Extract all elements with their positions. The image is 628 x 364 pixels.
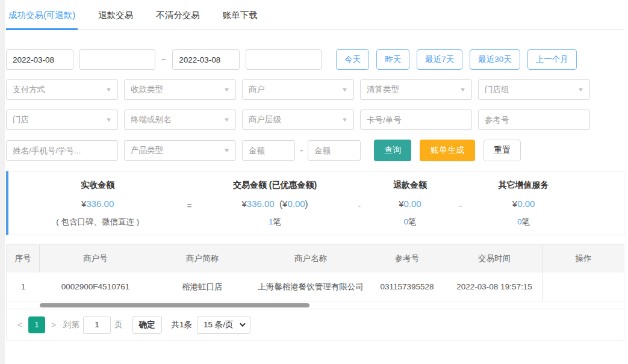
received-amount-note: ( 包含口碑、微信直连 ) (56, 217, 139, 227)
merchant-level-select[interactable]: 商户层级 ▼ (242, 110, 354, 130)
dropdown-arrow-icon: ▼ (577, 87, 585, 93)
start-date-input-wrap (6, 49, 73, 70)
page-left-margin (0, 0, 5, 364)
settlement-type-select[interactable]: 清算类型 ▼ (360, 79, 472, 100)
name-phone-student-input[interactable] (13, 146, 111, 155)
last-month-button[interactable]: 上一个月 (527, 49, 577, 70)
summary-equals-sign: = (187, 197, 191, 211)
value-added-services-label: 其它增值服务 (499, 180, 549, 191)
summary-panel: 实收金额 ¥336.00 ( 包含口碑、微信直连 ) = 交易金额 (已优惠金额… (6, 171, 624, 235)
last-30-days-button[interactable]: 最近30天 (470, 49, 520, 70)
horizontal-scrollbar-thumb[interactable] (40, 303, 309, 307)
table-row: 1 0002900F4510761 榕港虹口店 上海馨榕港餐饮管理有限公司 03… (7, 273, 624, 301)
transaction-amount-label: 交易金额 (已优惠金额) (233, 180, 317, 191)
start-time-input[interactable] (86, 55, 149, 64)
payment-method-select[interactable]: 支付方式 ▼ (6, 79, 118, 100)
payee-type-select[interactable]: 收款类型 ▼ (124, 79, 236, 100)
yesterday-button[interactable]: 昨天 (376, 49, 409, 70)
terminal-or-alias-placeholder: 终端或别名 (131, 114, 172, 125)
dropdown-arrow-icon: ▼ (341, 117, 349, 123)
amount-min-input[interactable] (249, 146, 288, 155)
received-amount-label: 实收金额 (81, 180, 114, 191)
goto-page-label: 到第 (63, 319, 79, 330)
refund-amount-value: ¥0.00 (399, 199, 421, 209)
filter-panel: ~ 今天 昨天 最近7天 最近30天 上一个月 支付方式 ▼ 收款类型 ▼ (6, 30, 624, 161)
total-count: 共1条 (172, 319, 193, 330)
header-transaction-time: 交易时间 (446, 245, 543, 273)
next-page-button[interactable]: > (48, 320, 60, 330)
page-1-button[interactable]: 1 (28, 316, 45, 333)
header-merchant-id: 商户号 (40, 245, 151, 273)
row-actions (543, 273, 624, 301)
page-size-select[interactable]: 15 条/页 (197, 316, 250, 334)
refund-amount-label: 退款金额 (393, 180, 427, 191)
summary-refund-amount: 退款金额 ¥0.00 0笔 (361, 180, 459, 227)
end-time-input[interactable] (252, 55, 315, 64)
row-merchant-id: 0002900F4510761 (40, 273, 151, 301)
header-reference-no: 参考号 (368, 245, 446, 273)
store-group-select[interactable]: 门店组 ▼ (478, 79, 590, 100)
merchant-level-placeholder: 商户层级 (249, 114, 281, 125)
dropdown-arrow-icon: ▼ (341, 87, 349, 93)
dropdown-arrow-icon: ▼ (223, 117, 231, 123)
row-index: 1 (7, 273, 40, 301)
product-type-select[interactable]: 产品类型 ▼ (124, 140, 236, 161)
value-added-services-count: 0笔 (517, 217, 530, 227)
goto-page-unit: 页 (114, 319, 123, 330)
tab-unsettled-transactions[interactable]: 不清分交易 (155, 10, 201, 29)
dropdown-arrow-icon: ▼ (459, 87, 467, 93)
card-or-order-no-input-wrap (360, 110, 472, 130)
end-time-input-wrap (246, 49, 322, 70)
transaction-count: 1笔 (269, 217, 281, 227)
dropdown-arrow-icon: ▼ (223, 87, 231, 93)
row-transaction-time: 2022-03-08 19:57:15 (446, 273, 543, 301)
card-or-order-no-input[interactable] (367, 116, 465, 125)
last-7-days-button[interactable]: 最近7天 (417, 49, 462, 70)
tab-successful-transactions[interactable]: 成功交易(可退款) (7, 10, 76, 29)
search-button[interactable]: 查询 (374, 140, 411, 161)
row-merchant-short-name: 榕港虹口店 (151, 273, 253, 301)
confirm-button[interactable]: 确定 (132, 316, 162, 334)
tab-refund-transactions[interactable]: 退款交易 (97, 10, 134, 29)
tab-bar: 成功交易(可退款) 退款交易 不清分交易 账单下载 (6, 0, 624, 30)
store-placeholder: 门店 (13, 114, 29, 125)
header-actions: 操作 (543, 245, 624, 273)
value-added-services-value: ¥0.00 (512, 199, 535, 209)
settlement-type-placeholder: 清算类型 (367, 84, 399, 95)
transactions-page: 成功交易(可退款) 退款交易 不清分交易 账单下载 ~ 今天 昨天 最近7天 最… (6, 0, 624, 341)
chevron-down-icon (240, 321, 246, 327)
amount-max-input-wrap (308, 140, 361, 161)
dropdown-arrow-icon: ▼ (105, 117, 113, 123)
payment-method-placeholder: 支付方式 (13, 84, 45, 95)
received-amount-value: ¥336.00 (81, 199, 114, 209)
merchant-select[interactable]: 商户 ▼ (242, 79, 354, 100)
store-select[interactable]: 门店 ▼ (6, 110, 118, 130)
refund-count: 0笔 (403, 217, 416, 227)
terminal-or-alias-select[interactable]: 终端或别名 ▼ (124, 110, 236, 130)
summary-transaction-amount: 交易金额 (已优惠金额) ¥336.00 (¥0.00) 1笔 (192, 180, 358, 227)
header-merchant-short-name: 商户简称 (151, 245, 253, 273)
merchant-placeholder: 商户 (249, 84, 265, 95)
start-time-input-wrap (79, 49, 155, 70)
today-button[interactable]: 今天 (336, 49, 369, 70)
store-group-placeholder: 门店组 (485, 84, 509, 95)
prev-page-button[interactable]: < (14, 320, 26, 330)
reset-button[interactable]: 重置 (483, 140, 521, 161)
dropdown-arrow-icon: ▼ (105, 87, 113, 93)
end-date-input[interactable] (179, 55, 233, 64)
summary-value-added-services: 其它增值服务 ¥0.00 0笔 (462, 180, 585, 227)
transactions-table: 序号 商户号 商户简称 商户名称 参考号 交易时间 操作 1 0002900F4… (6, 244, 624, 341)
reference-no-input[interactable] (485, 116, 583, 125)
start-date-input[interactable] (13, 55, 67, 64)
dropdown-arrow-icon: ▼ (223, 147, 231, 153)
amount-max-input[interactable] (314, 146, 354, 155)
filter-row-3: 门店 ▼ 终端或别名 ▼ 商户层级 ▼ (6, 110, 624, 130)
generate-bill-button[interactable]: 账单生成 (420, 140, 475, 161)
amount-range-separator: - (300, 145, 303, 156)
tab-bill-download[interactable]: 账单下载 (222, 10, 259, 29)
amount-min-input-wrap (242, 140, 295, 161)
page-size-label: 15 条/页 (204, 319, 234, 330)
horizontal-scrollbar-track[interactable] (7, 301, 624, 309)
goto-page-input[interactable] (83, 316, 111, 334)
filter-row-4: 产品类型 ▼ - 查询 账单生成 重置 (6, 140, 624, 161)
